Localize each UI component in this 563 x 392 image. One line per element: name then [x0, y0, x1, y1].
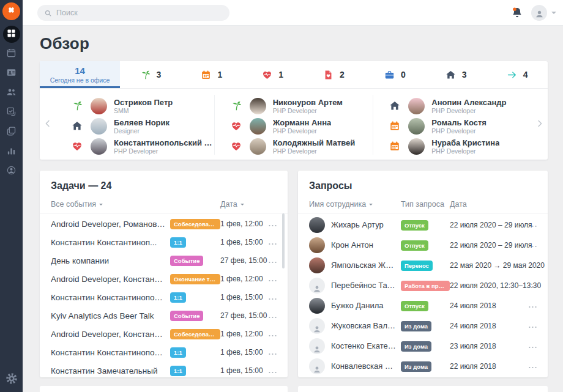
absence-stat-day-off[interactable]: 1: [181, 61, 242, 88]
tasks-panel: Задачи — 24 Все события Дата Android Dev…: [40, 171, 288, 377]
row-menu-button[interactable]: [269, 273, 277, 285]
carousel-next-button[interactable]: [534, 117, 546, 131]
absence-type-icon: [389, 141, 400, 152]
tasks-scrollbar[interactable]: [282, 213, 285, 268]
tasks-sort-dropdown[interactable]: Дата: [220, 200, 267, 209]
absence-stat-business-trip[interactable]: 0: [364, 61, 425, 88]
request-row[interactable]: Крон Антон Отпуск 22 июля 2020 – 29 июля: [309, 235, 537, 255]
row-menu-button[interactable]: [529, 279, 537, 291]
avatar: [91, 138, 107, 155]
requests-header-row: Имя сотрудника Тип запроса Дата: [298, 195, 548, 213]
not-in-office-count: 14: [75, 65, 85, 76]
sidebar-item-calendar[interactable]: [3, 45, 20, 62]
task-row[interactable]: Константин Замечательный 1:1 1 фев, 15:0…: [51, 361, 277, 380]
absence-stat-icon: [384, 70, 395, 80]
request-row[interactable]: Жуковская Валентина Из дома 24 июля 2018: [309, 316, 537, 336]
absence-stat-icon: [323, 70, 334, 80]
task-row[interactable]: Константин Константинопольский 1:1 1 фев…: [51, 288, 277, 306]
carousel-person[interactable]: Ромаль КостяPHP Developer: [389, 117, 532, 135]
carousel-prev-button[interactable]: [42, 117, 54, 131]
requests-name-column-dropdown[interactable]: Имя сотрудника: [309, 200, 401, 209]
row-menu-button[interactable]: [269, 310, 277, 322]
app-logo[interactable]: [2, 2, 20, 20]
task-row[interactable]: Константин Константинопольский 1:1 1 фев…: [51, 343, 277, 361]
sidebar-item-tasks[interactable]: [3, 104, 20, 121]
task-row[interactable]: Android Developer, Романовский Н... Собе…: [51, 215, 277, 233]
absence-stat-other-absence[interactable]: 4: [487, 61, 548, 88]
avatar: [309, 217, 325, 233]
sidebar-item-team[interactable]: [3, 84, 20, 102]
carousel-person[interactable]: Анопин АлександрPHP Developer: [389, 97, 532, 115]
avatar: [309, 278, 325, 294]
row-menu-button[interactable]: [529, 239, 537, 251]
settings-button[interactable]: [5, 372, 18, 386]
sidebar-item-icon: [6, 165, 17, 177]
request-row[interactable]: Жихарь Артур Отпуск 22 июля 2020 – 29 ию…: [309, 215, 537, 235]
task-row[interactable]: Android Developer, Константин Ко... Собе…: [51, 325, 277, 343]
sidebar-item-documents[interactable]: [3, 124, 20, 141]
sidebar-item-employee-card[interactable]: [3, 65, 20, 82]
tasks-filter-dropdown[interactable]: Все события: [51, 200, 170, 209]
row-menu-button[interactable]: [529, 340, 537, 352]
task-row[interactable]: Android Developer, Константин Ко... Окон…: [51, 270, 277, 288]
absence-stat-vacation[interactable]: 3: [120, 61, 181, 88]
row-menu-button[interactable]: [269, 365, 277, 377]
task-name: Константин Константинопольский: [51, 348, 170, 357]
person-role: SMM: [114, 107, 173, 114]
notifications-button[interactable]: [510, 6, 524, 20]
request-row[interactable]: Бужко Данила Отпуск 24 июля 2018: [309, 295, 537, 316]
carousel-person[interactable]: Никонуров АртемPHP Developer: [231, 97, 373, 115]
carousel-person[interactable]: Беляев НорикDesigner: [72, 117, 214, 135]
sidebar-item-dashboard[interactable]: [3, 26, 20, 43]
carousel-person[interactable]: Колодяжный МатвейPHP Developer: [231, 137, 373, 155]
user-menu-caret-icon[interactable]: [551, 12, 556, 17]
carousel-person[interactable]: Константинопольский КонстантинPHP Develo…: [72, 137, 214, 155]
row-menu-button[interactable]: [529, 219, 537, 231]
tab-not-in-office[interactable]: 14 Сегодня не в офисе: [40, 61, 120, 88]
absence-tabs: 14 Сегодня не в офисе 3 1 1 2: [40, 61, 548, 89]
request-row[interactable]: Ямпольская Жанна Перенос 22 мая 2020 → 2…: [309, 255, 537, 275]
task-row[interactable]: День компании Событие 27 фев, 15:00: [51, 251, 277, 270]
caret-down-icon: [240, 204, 244, 207]
user-avatar[interactable]: [531, 5, 547, 21]
employee-name: Жуковская Валентина: [331, 321, 397, 330]
absence-type-icon: [231, 100, 242, 111]
task-row[interactable]: Kyiv Analytics Ads Beer Talk Событие 27 …: [51, 306, 277, 325]
row-menu-button[interactable]: [269, 328, 277, 340]
task-date: 27 фев, 15:00: [220, 256, 267, 265]
carousel-person[interactable]: Остриков ПетрSMM: [72, 97, 214, 115]
sidebar-item-profile[interactable]: [3, 163, 20, 180]
absence-stat-sick-leave-doc[interactable]: 2: [304, 61, 365, 88]
row-menu-button[interactable]: [269, 218, 277, 230]
absence-stat-work-from-home[interactable]: 3: [425, 61, 487, 88]
main-content: Обзор 14 Сегодня не в офисе 3 1 1: [40, 26, 548, 392]
row-menu-button[interactable]: [529, 259, 537, 271]
row-menu-button[interactable]: [529, 300, 537, 311]
ellipsis-icon: [269, 330, 277, 339]
request-date: 22 мая 2020 → 29 мая 2020: [450, 261, 531, 270]
avatar: [309, 318, 325, 334]
sidebar-item-icon: [6, 48, 17, 60]
row-menu-button[interactable]: [269, 292, 277, 303]
row-menu-button[interactable]: [529, 360, 537, 372]
row-menu-button[interactable]: [269, 237, 277, 248]
absence-stat-count: 4: [523, 70, 528, 80]
request-row[interactable]: Конвалевская Елизав... Из дома 22 июля 2…: [309, 356, 537, 376]
row-menu-button[interactable]: [269, 255, 277, 267]
absence-stat-sick-leave[interactable]: 1: [242, 61, 304, 88]
requests-type-column-header: Тип запроса: [401, 200, 450, 209]
carousel-person[interactable]: Нураба КристинаPHP Developer: [389, 137, 532, 155]
carousel-person[interactable]: Жорманн АннаPHP Developer: [231, 117, 373, 135]
task-row[interactable]: Константин Константиноп... 1:1 1 фев, 15…: [51, 233, 277, 251]
search-input[interactable]: [56, 9, 223, 17]
sidebar-item-statistics[interactable]: [3, 143, 20, 160]
row-menu-button[interactable]: [529, 320, 537, 331]
row-menu-button[interactable]: [269, 347, 277, 358]
employee-name: Костенко Екатерина: [331, 341, 397, 350]
request-type-badge: Отпуск: [401, 240, 428, 251]
request-row[interactable]: Перебейнос Татьяна Работа в праз... 22 и…: [309, 275, 537, 295]
request-row[interactable]: Костенко Екатерина Из дома 23 июля 2018: [309, 336, 537, 356]
carousel-column: Остриков ПетрSMM Беляев НорикDesigner Ко…: [56, 95, 214, 155]
chevron-left-icon: [42, 122, 53, 131]
avatar: [250, 98, 266, 114]
